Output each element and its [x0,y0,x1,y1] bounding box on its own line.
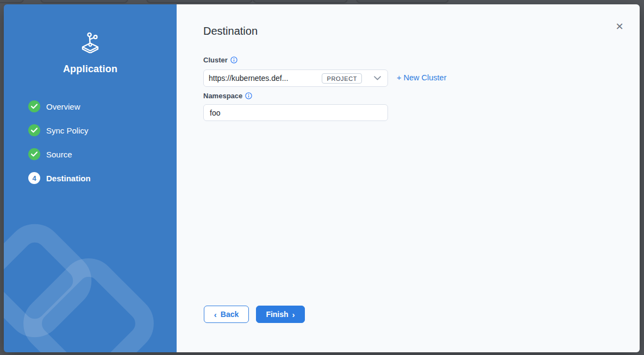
namespace-label: Namespace [203,92,252,100]
close-icon[interactable]: ✕ [615,22,624,31]
step-overview[interactable]: Overview [28,100,91,112]
check-icon [28,100,40,112]
wizard-sidebar: Application Overview Sync Policy Source [4,4,177,352]
step-label: Overview [46,102,80,111]
application-logo-icon [4,30,177,53]
step-number-badge: 4 [28,172,40,184]
chevron-left-icon: ‹ [214,310,217,319]
namespace-input[interactable] [203,104,388,121]
cluster-select[interactable]: https://kubernetes.def... PROJECT [203,69,388,87]
info-icon[interactable] [245,92,252,99]
wizard-actions: ‹ Back Finish › [204,306,305,323]
step-destination[interactable]: 4 Destination [28,172,91,184]
background-card [0,0,24,3]
finish-button-label: Finish [266,310,288,319]
namespace-label-text: Namespace [203,92,242,100]
step-sync-policy[interactable]: Sync Policy [28,124,91,136]
step-label: Destination [46,174,91,183]
info-icon[interactable] [230,56,237,64]
check-icon [28,124,40,136]
back-button[interactable]: ‹ Back [204,306,249,323]
cluster-label-text: Cluster [203,56,228,64]
application-wizard-modal: Application Overview Sync Policy Source [4,4,640,352]
background-card [356,0,449,3]
step-label: Source [46,150,72,159]
wizard-steps: Overview Sync Policy Source 4 Destinatio… [28,100,91,196]
step-label: Sync Policy [46,126,89,135]
project-badge: PROJECT [322,73,362,84]
check-icon [28,148,40,160]
background-card [40,0,128,3]
background-card [146,0,253,3]
step-source[interactable]: Source [28,148,91,160]
background-card [253,0,348,3]
page-title: Destination [203,25,258,37]
cluster-label: Cluster [203,56,237,64]
wizard-title: Application [4,64,177,75]
chevron-down-icon [374,76,381,80]
chevron-right-icon: › [292,310,295,319]
finish-button[interactable]: Finish › [256,306,305,323]
cluster-select-value: https://kubernetes.def... [209,74,322,83]
back-button-label: Back [221,310,239,319]
new-cluster-link[interactable]: + New Cluster [397,73,446,82]
wizard-content-panel: ✕ Destination Cluster https://kubernetes… [177,4,640,352]
